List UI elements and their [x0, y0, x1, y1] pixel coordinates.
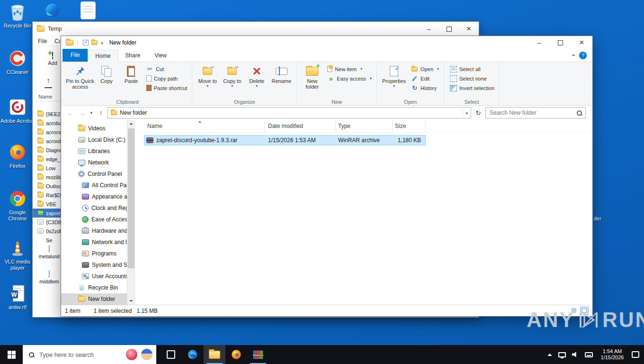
taskbar-search-input[interactable]	[38, 351, 122, 359]
nav-item[interactable]: Network and In	[61, 237, 127, 248]
nav-item[interactable]: System and Se	[61, 259, 127, 271]
column-header-date-modified[interactable]: Date modified	[265, 120, 336, 132]
desktop-icon-recycle-bin[interactable]: Recycle Bin	[0, 2, 35, 29]
rename-button[interactable]: Rename	[269, 64, 294, 84]
explorer-titlebar[interactable]: New folder	[61, 36, 592, 49]
volume-icon[interactable]	[572, 352, 579, 357]
delete-button[interactable]: Delete	[244, 64, 269, 88]
collapse-ribbon-icon[interactable]	[572, 54, 575, 56]
qat-properties-button[interactable]	[81, 39, 90, 46]
nav-item[interactable]: Clock and Regi	[61, 202, 127, 214]
maximize-button[interactable]	[439, 22, 459, 36]
address-bar[interactable]: New folder	[107, 107, 471, 118]
nav-item[interactable]: User Accounts	[61, 271, 127, 282]
refresh-button[interactable]	[473, 107, 483, 118]
tab-share[interactable]: Share	[118, 49, 147, 62]
explorer-search[interactable]	[485, 107, 586, 118]
nav-item[interactable]: Programs	[61, 248, 127, 259]
paste-button[interactable]: Paste	[119, 64, 143, 84]
winrar-add-button[interactable]: Add	[42, 52, 63, 66]
nav-scrollbar[interactable]	[127, 120, 135, 305]
open-button[interactable]: Open	[409, 65, 441, 73]
maximize-button[interactable]	[550, 36, 571, 49]
taskbar-firefox-button[interactable]	[225, 345, 247, 364]
desktop-icon-adobe-acrobat[interactable]: Adobe Acrobat	[0, 97, 35, 124]
history-button[interactable]: History	[409, 84, 441, 92]
cut-button[interactable]: Cut	[144, 65, 189, 73]
nav-item[interactable]: Videos	[61, 123, 127, 134]
up-one-level-button[interactable]	[43, 76, 54, 89]
properties-button[interactable]: ✓ Properties	[380, 64, 408, 88]
nav-item[interactable]: Control Panel	[61, 168, 127, 180]
temp-large-item[interactable]: metalunit	[36, 246, 63, 259]
nav-item[interactable]: Network	[61, 157, 127, 168]
minimize-button[interactable]	[528, 36, 550, 49]
tab-file[interactable]: File	[63, 49, 88, 62]
move-to-button[interactable]: Move to	[195, 64, 220, 88]
close-button[interactable]	[459, 22, 479, 36]
address-dropdown-chevron-icon[interactable]	[462, 109, 468, 116]
scroll-down-icon[interactable]	[127, 297, 135, 305]
search-highlight-icon-1[interactable]	[126, 349, 137, 360]
new-item-button[interactable]: New item	[325, 65, 374, 73]
breadcrumb[interactable]: New folder	[120, 109, 147, 116]
desktop-icon-google-chrome[interactable]: Google Chrome	[0, 189, 35, 222]
start-button[interactable]	[0, 345, 23, 364]
easy-access-button[interactable]: Easy access	[325, 74, 374, 82]
help-icon[interactable]	[579, 52, 587, 59]
desktop-icon-file-partial[interactable]	[80, 1, 96, 19]
forward-button[interactable]	[77, 108, 87, 118]
paste-shortcut-button[interactable]: Paste shortcut	[144, 84, 189, 92]
nav-item[interactable]: Local Disk (C:)	[61, 134, 127, 146]
invert-selection-button[interactable]: Invert selection	[448, 84, 496, 92]
search-input[interactable]	[489, 109, 574, 117]
desktop-icon-ccleaner[interactable]: CCleaner	[0, 48, 35, 75]
nav-item[interactable]: Hardware and	[61, 225, 127, 237]
action-center-icon[interactable]	[632, 351, 639, 358]
tab-view[interactable]: View	[147, 49, 174, 62]
desktop-icon-vlc[interactable]: VLC media player	[0, 238, 35, 271]
close-button[interactable]	[571, 36, 592, 49]
edit-button[interactable]: Edit	[409, 74, 441, 82]
network-icon[interactable]	[558, 352, 566, 357]
nav-item[interactable]: Libraries	[61, 146, 127, 157]
scrollbar-thumb[interactable]	[128, 128, 134, 268]
nav-item[interactable]: All Control Par	[61, 180, 127, 191]
select-all-button[interactable]: Select all	[448, 65, 496, 73]
copy-button[interactable]: Copy	[94, 64, 119, 84]
desktop-icon-antiw-rtf[interactable]: W antiw.rtf	[0, 283, 35, 310]
nav-item[interactable]: Appearance an	[61, 191, 127, 202]
nav-item[interactable]: New folder	[61, 293, 127, 305]
column-header-type[interactable]: Type	[336, 120, 393, 132]
show-hidden-icons-chevron-icon[interactable]	[547, 354, 552, 356]
pin-to-quick-access-button[interactable]: Pin to Quick access	[66, 64, 94, 90]
back-button[interactable]	[66, 108, 75, 118]
taskbar-winrar-button[interactable]	[247, 345, 269, 364]
taskbar-search[interactable]	[23, 345, 156, 364]
copy-path-button[interactable]: Copy path	[144, 74, 189, 82]
taskbar-explorer-button[interactable]	[204, 345, 225, 364]
nav-item[interactable]: Recycle Bin	[61, 282, 127, 293]
new-folder-button[interactable]: + New folder	[300, 64, 324, 90]
file-row[interactable]: zapret-discord-youtube-1.9.3.rar 1/15/20…	[144, 135, 426, 146]
up-button[interactable]	[96, 108, 106, 118]
select-none-button[interactable]: Select none	[448, 74, 496, 82]
desktop-icon-edge-partial[interactable]	[44, 1, 62, 21]
scroll-up-icon[interactable]	[127, 120, 135, 127]
taskbar-edge-button[interactable]	[182, 345, 204, 364]
nav-item[interactable]: Ease of Access	[61, 214, 127, 225]
copy-to-button[interactable]: Copy to	[220, 64, 244, 88]
recent-locations-chevron-icon[interactable]	[89, 110, 94, 115]
qat-new-folder-button[interactable]	[90, 39, 99, 46]
temp-window-titlebar[interactable]: Temp	[33, 22, 479, 36]
menu-file[interactable]: File	[38, 38, 47, 45]
column-header-size[interactable]: Size	[393, 120, 426, 132]
keyboard-icon[interactable]	[585, 352, 593, 357]
desktop-icon-firefox[interactable]: Firefox	[0, 142, 35, 169]
minimize-button[interactable]	[419, 22, 439, 36]
temp-large-item[interactable]: middlem	[36, 271, 63, 284]
taskbar-clock[interactable]: 1:54 AM 1/15/2026	[599, 348, 626, 361]
search-highlight-icon-2[interactable]	[141, 349, 152, 360]
task-view-button[interactable]	[160, 345, 182, 364]
qat-customize-chevron-icon[interactable]	[101, 39, 103, 46]
